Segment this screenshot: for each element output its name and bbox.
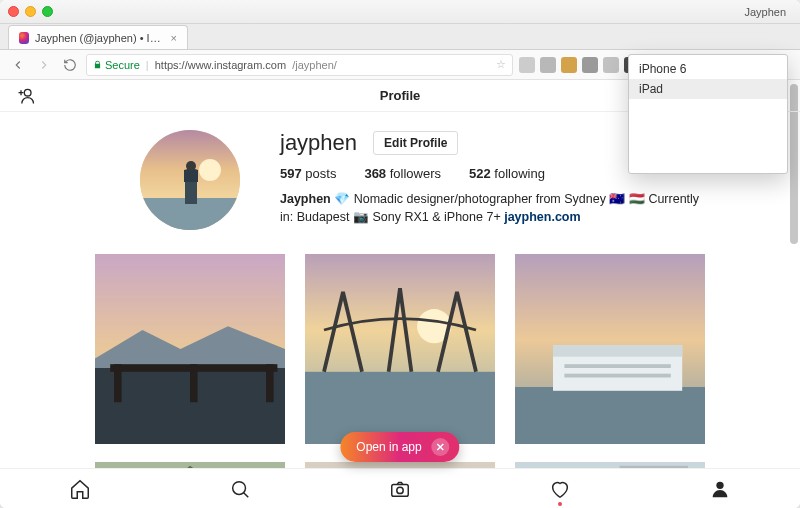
bookmark-star-icon[interactable]: ☆ — [496, 58, 506, 71]
home-icon — [69, 478, 91, 500]
svg-point-30 — [233, 481, 246, 494]
profile-bio: Jayphen 💎 Nomadic designer/photographer … — [280, 191, 710, 226]
nav-home[interactable] — [69, 478, 91, 500]
minimize-window-button[interactable] — [25, 6, 36, 17]
device-option-iphone6[interactable]: iPhone 6 — [629, 59, 787, 79]
username: jayphen — [280, 130, 357, 156]
titlebar: Jayphen — [0, 0, 800, 24]
flag-au-icon: 🇦🇺 — [609, 192, 625, 206]
device-simulator-popup: iPhone 6 iPad — [628, 54, 788, 174]
svg-rect-14 — [110, 364, 277, 372]
tab-strip: Jayphen (@jayphen) • Instagr… × — [0, 24, 800, 50]
avatar[interactable] — [140, 130, 240, 230]
ext-icon-1[interactable] — [519, 57, 535, 73]
search-icon — [229, 478, 251, 500]
edit-profile-button[interactable]: Edit Profile — [373, 131, 458, 155]
post-grid — [0, 244, 800, 444]
followers-stat[interactable]: 368 followers — [364, 166, 441, 181]
back-button[interactable] — [8, 55, 28, 75]
camera-icon — [389, 478, 411, 500]
ext-icon-4[interactable] — [582, 57, 598, 73]
bio-link[interactable]: jayphen.com — [504, 210, 580, 224]
following-stat[interactable]: 522 following — [469, 166, 545, 181]
svg-rect-23 — [564, 374, 670, 378]
svg-rect-22 — [564, 364, 670, 368]
heart-icon — [549, 478, 571, 500]
nav-search[interactable] — [229, 478, 251, 500]
secure-label: Secure — [105, 59, 140, 71]
svg-rect-31 — [392, 484, 409, 496]
nav-camera[interactable] — [389, 478, 411, 500]
scrollbar-track — [789, 80, 799, 508]
svg-point-5 — [199, 159, 221, 181]
avatar-image — [140, 130, 240, 230]
post-thumbnail[interactable] — [515, 254, 705, 444]
post-thumbnail[interactable] — [95, 254, 285, 444]
profile-icon — [709, 478, 731, 500]
device-option-ipad[interactable]: iPad — [629, 79, 787, 99]
svg-rect-21 — [553, 345, 682, 356]
open-in-app-label: Open in app — [356, 440, 421, 454]
nav-profile[interactable] — [709, 478, 731, 500]
address-bar[interactable]: Secure | https://www.instagram.com/jayph… — [86, 54, 513, 76]
svg-rect-19 — [515, 387, 705, 444]
browser-window: Jayphen Jayphen (@jayphen) • Instagr… × … — [0, 0, 800, 508]
browser-tab[interactable]: Jayphen (@jayphen) • Instagr… × — [8, 25, 188, 49]
lock-icon — [93, 60, 102, 69]
dismiss-pill-icon[interactable] — [432, 438, 450, 456]
open-in-app-pill[interactable]: Open in app — [340, 432, 459, 462]
forward-button[interactable] — [34, 55, 54, 75]
svg-point-33 — [716, 481, 723, 488]
posts-stat[interactable]: 597 posts — [280, 166, 336, 181]
diamond-emoji-icon: 💎 — [334, 192, 350, 206]
instagram-favicon-icon — [19, 32, 29, 44]
nav-activity[interactable] — [549, 478, 571, 500]
url-host: https://www.instagram.com — [155, 59, 286, 71]
svg-point-32 — [397, 487, 403, 493]
zoom-window-button[interactable] — [42, 6, 53, 17]
svg-rect-7 — [185, 182, 197, 204]
ext-icon-2[interactable] — [540, 57, 556, 73]
svg-point-8 — [186, 161, 196, 171]
secure-indicator: Secure — [93, 59, 140, 71]
window-controls — [8, 6, 53, 17]
bottom-nav — [0, 468, 800, 508]
camera-emoji-icon: 📷 — [353, 210, 369, 224]
profile-label[interactable]: Jayphen — [744, 6, 792, 18]
ext-icon-3[interactable] — [561, 57, 577, 73]
close-window-button[interactable] — [8, 6, 19, 17]
ext-icon-5[interactable] — [603, 57, 619, 73]
flag-hu-icon: 🇭🇺 — [629, 192, 645, 206]
url-path: /jayphen/ — [292, 59, 337, 71]
activity-dot-icon — [558, 502, 562, 506]
post-thumbnail[interactable] — [305, 254, 495, 444]
close-tab-icon[interactable]: × — [171, 32, 177, 44]
reload-button[interactable] — [60, 55, 80, 75]
tab-title: Jayphen (@jayphen) • Instagr… — [35, 32, 165, 44]
